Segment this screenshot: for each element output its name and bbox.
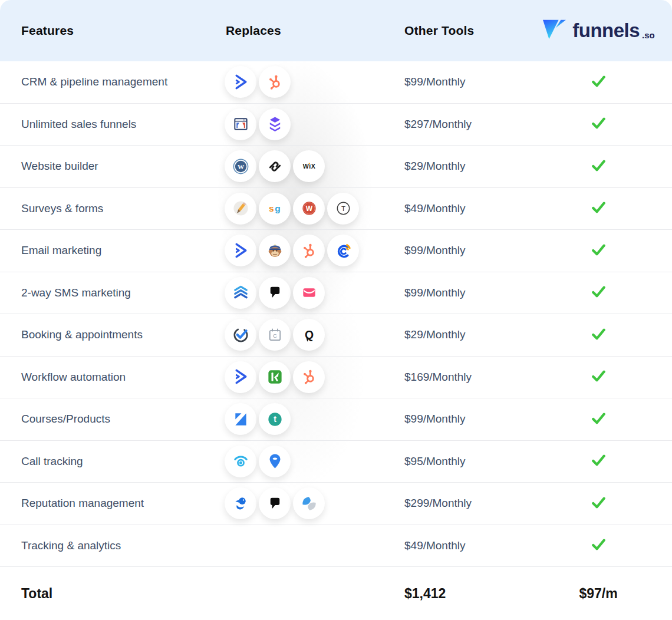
funnels-total-price: $97/m [525,586,672,602]
included-check-icon [589,240,608,261]
acuity-q-icon: Q [293,319,325,351]
funnels-included-cell [525,114,672,134]
replaced-tools: WWiX [205,150,382,182]
svg-text:Q: Q [304,328,313,341]
replaced-tools [205,66,382,98]
feature-rows: CRM & pipeline management$99/MonthlyUnli… [0,61,672,567]
constant-contact-icon [327,235,359,266]
funnels-included-cell [525,198,672,219]
replaced-tools [205,446,382,477]
feature-row: Courses/Productst$99/Monthly [0,398,672,441]
svg-text:s: s [268,203,274,213]
svg-text:W: W [237,163,243,170]
replaced-tools: sgWT [205,193,382,225]
typeform-icon: T [327,193,359,225]
table-header: Features Replaces Other Tools funnels .s… [0,0,672,61]
other-tools-price: $99/Monthly [382,413,525,426]
pink-envelope-icon [293,277,325,309]
replaced-tools: t [205,403,382,435]
other-tools-price: $95/Monthly [382,455,525,468]
included-check-icon [589,325,608,345]
other-tools-price: $49/Monthly [382,202,525,215]
wordpress-icon: W [225,150,256,182]
feature-label: Courses/Products [0,413,205,426]
funnels-included-cell [525,451,672,471]
feature-label: Surveys & forms [0,202,205,215]
hubspot-icon [293,361,325,393]
column-header-features: Features [0,24,205,38]
feature-row: Call tracking$95/Monthly [0,441,672,483]
feature-label: Call tracking [0,455,205,468]
feature-label: Unlimited sales funnels [0,118,205,131]
check-circle-icon [225,319,256,351]
feature-label: Reputation management [0,497,205,510]
podium-icon [259,487,291,519]
funnels-included-cell [525,72,672,93]
funnels-included-cell [525,325,672,345]
replaced-tools [205,277,382,309]
other-tools-price: $99/Monthly [382,286,525,299]
replaced-tools [205,361,382,393]
layers-icon [259,108,291,140]
feature-label: Website builder [0,160,205,173]
svg-text:t: t [274,414,276,424]
activecampaign-icon [225,361,256,393]
survey-pencil-icon [225,193,256,225]
svg-text:T: T [341,205,345,212]
other-tools-price: $297/Monthly [382,118,525,131]
feature-row: Tracking & analytics$49/Monthly [0,525,672,568]
other-tools-price: $29/Monthly [382,160,525,173]
funnels-included-cell [525,493,672,514]
feature-row: Unlimited sales funnels$297/Monthly [0,104,672,146]
included-check-icon [589,72,608,93]
funnels-included-cell [525,535,672,556]
brand-logo: funnels .so [525,18,672,43]
included-check-icon [589,198,608,219]
funnels-included-cell [525,367,672,387]
svg-text:W: W [305,205,312,213]
feature-row: Booking & appointmentsCQ$29/Monthly [0,314,672,357]
brand-suffix: .so [642,30,655,40]
svg-text:g: g [275,203,280,213]
replaced-tools [205,108,382,140]
wix-icon: WiX [293,150,325,182]
birdeye-icon [225,487,256,519]
podium-icon [259,277,291,309]
svg-text:C: C [273,332,277,339]
funnels-included-cell [525,282,672,303]
replaced-tools [205,235,382,266]
phone-pin-icon [259,446,291,477]
feature-row: Reputation management$299/Monthly [0,483,672,525]
included-check-icon [589,409,608,430]
included-check-icon [589,493,608,514]
included-check-icon [589,535,608,556]
hubspot-icon [293,235,325,266]
other-tools-price: $99/Monthly [382,244,525,257]
included-check-icon [589,367,608,387]
brand-name: funnels [572,19,640,42]
funnels-included-cell [525,409,672,430]
pricing-comparison-table: Features Replaces Other Tools funnels .s… [0,0,672,620]
included-check-icon [589,451,608,471]
feature-label: Workflow automation [0,371,205,384]
funnels-included-cell [525,240,672,261]
column-header-replaces: Replaces [205,24,382,38]
included-check-icon [589,156,608,177]
funnels-logo-icon [542,18,566,43]
replaced-tools: CQ [205,319,382,351]
total-label: Total [0,586,205,602]
funnels-included-cell [525,156,672,177]
swirl-icon [293,487,325,519]
activecampaign-icon [225,66,256,98]
feature-row: 2-way SMS marketing$99/Monthly [0,272,672,315]
feature-row: Website builderWWiX$29/Monthly [0,146,672,188]
calendar-icon: C [259,319,291,351]
callrail-icon [225,446,256,477]
hubspot-icon [259,66,291,98]
replaced-tools [205,487,382,519]
feature-row: CRM & pipeline management$99/Monthly [0,61,672,104]
other-tools-price: $99/Monthly [382,75,525,88]
activecampaign-icon [225,235,256,266]
other-tools-total: $1,412 [382,586,525,602]
triple-chevron-icon [225,277,256,309]
